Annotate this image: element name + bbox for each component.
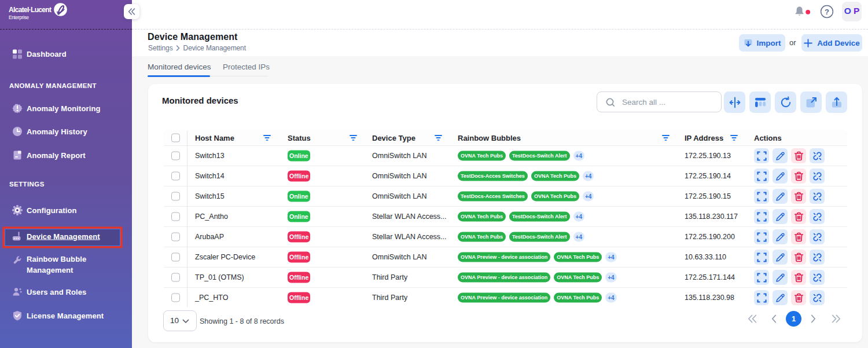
svg-text:Enterprise: Enterprise (9, 14, 29, 20)
svg-text:?: ? (825, 8, 829, 16)
svg-text:Alcatel·Lucent: Alcatel·Lucent (9, 6, 52, 14)
